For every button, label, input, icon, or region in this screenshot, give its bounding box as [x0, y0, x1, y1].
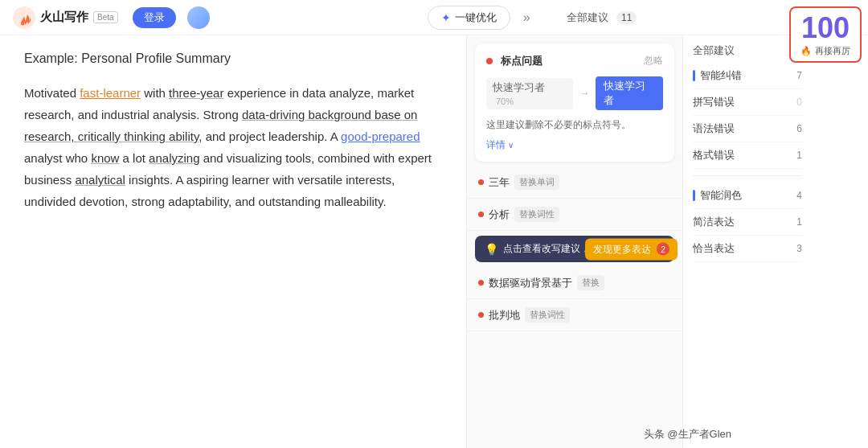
tag-suggested[interactable]: 快速学习者 — [596, 76, 663, 110]
main-area: Example: Personal Profile Summary Motiva… — [0, 35, 868, 448]
right-item-4[interactable]: 智能润色 4 — [693, 183, 802, 209]
suggestions-label: 全部建议 — [567, 10, 608, 25]
logo-text: 火山写作 — [40, 10, 88, 25]
card-ignore-button[interactable]: 忽略 — [644, 54, 663, 68]
small-item-label: 数据驱动背景基于 — [489, 276, 572, 290]
right-item-1[interactable]: 拼写错误 0 — [693, 89, 802, 116]
bar-indicator-icon — [693, 70, 695, 81]
right-divider — [693, 175, 802, 176]
logo-icon — [13, 6, 35, 29]
small-item-tag[interactable]: 替换单词 — [514, 175, 559, 190]
right-item-label-0: 智能纠错 — [693, 68, 742, 83]
small-item-label: 批判地 — [489, 308, 520, 323]
small-dot-icon — [478, 212, 484, 217]
right-item-label-3: 格式错误 — [693, 148, 735, 162]
score-tag: 70% — [496, 97, 514, 106]
avatar-button[interactable] — [187, 6, 210, 29]
highlight-fast-learner[interactable]: fast-learner — [80, 86, 141, 100]
small-item-tag[interactable]: 替换词性 — [525, 307, 570, 323]
watermark: 头条 @生产者Glen — [644, 427, 731, 442]
right-item-num-1: 0 — [796, 97, 802, 108]
logo-area: 火山写作 Beta 登录 — [13, 6, 210, 29]
score-box: 100 🔥 再接再厉 — [789, 6, 862, 63]
right-item-label-6: 恰当表达 — [693, 241, 735, 256]
right-panel: 全部建议 11 智能纠错 7 拼写错误 0 语法错误 6 格式错误 — [683, 35, 812, 448]
optimize-button[interactable]: ✦ 一键优化 — [428, 6, 510, 30]
topbar: 火山写作 Beta 登录 ✦ 一键优化 » 全部建议 11 — [0, 0, 868, 35]
tag-original: 快速学习者 70% — [486, 78, 573, 109]
card-dot-icon — [486, 58, 493, 64]
score-sub-text: 再接再厉 — [815, 46, 850, 55]
badge-count: 2 — [657, 243, 669, 256]
login-button[interactable]: 登录 — [133, 7, 176, 28]
right-item-6[interactable]: 恰当表达 3 — [693, 236, 802, 262]
editor-area: Example: Personal Profile Summary Motiva… — [0, 35, 466, 448]
tooltip-banner: 💡 点击查看改写建议，发现更多表达 发现更多表达 2 — [475, 236, 674, 262]
optimize-label: 一键优化 — [455, 10, 497, 25]
card-header: 标点问题 忽略 — [486, 53, 663, 68]
suggestion-card-punctuation: 标点问题 忽略 快速学习者 70% → 快速学习者 这里建议删除不必要的标点符号… — [475, 43, 674, 162]
right-item-2[interactable]: 语法错误 6 — [693, 116, 802, 142]
highlight-analytical[interactable]: analytical — [75, 173, 125, 187]
beta-badge: Beta — [93, 11, 118, 23]
suggestion-item-0[interactable]: 三年 替换单词 — [467, 166, 682, 199]
more-button[interactable]: » — [515, 6, 538, 29]
suggestion-item-2[interactable]: 数据驱动背景基于 替换 — [467, 267, 682, 299]
right-item-num-3: 1 — [796, 150, 802, 161]
small-item-label: 三年 — [489, 175, 510, 190]
small-item-label: 分析 — [489, 208, 510, 222]
right-item-5[interactable]: 简洁表达 1 — [693, 209, 802, 236]
arrow-icon: → — [579, 88, 589, 99]
right-item-3[interactable]: 格式错误 1 — [693, 142, 802, 169]
small-item-tag[interactable]: 替换 — [577, 275, 604, 290]
small-dot-icon — [478, 280, 484, 286]
right-item-num-4: 4 — [796, 190, 802, 201]
highlight-good-prepared[interactable]: good-prepared — [341, 129, 420, 143]
topbar-center: ✦ 一键优化 » 全部建议 11 — [210, 6, 855, 30]
small-item-tag[interactable]: 替换词性 — [514, 207, 559, 222]
score-number: 100 — [801, 12, 850, 44]
score-sub: 🔥 再接再厉 — [800, 45, 850, 57]
right-item-label-2: 语法错误 — [693, 121, 735, 136]
lightbulb-icon: 💡 — [485, 243, 498, 256]
fire-icon: 🔥 — [800, 46, 812, 55]
right-item-label-4: 智能润色 — [693, 188, 742, 203]
suggestion-tags: 快速学习者 70% → 快速学习者 — [486, 76, 663, 110]
highlight-know[interactable]: know — [91, 151, 119, 165]
small-dot-icon — [478, 312, 484, 318]
card-title: 标点问题 — [501, 55, 542, 67]
highlight-analyzing[interactable]: analyzing — [149, 151, 199, 165]
suggestion-item-3[interactable]: 批判地 替换词性 — [467, 299, 682, 331]
suggestion-note: 这里建议删除不必要的标点符号。 — [486, 118, 663, 132]
right-item-num-2: 6 — [796, 123, 802, 134]
right-all-title: 全部建议 11 — [693, 43, 802, 58]
doc-title: Example: Personal Profile Summary — [24, 51, 442, 66]
doc-content: Motivated fast-learner with three-year e… — [24, 82, 442, 212]
suggestions-count: 11 — [616, 11, 637, 24]
right-item-label-1: 拼写错误 — [693, 95, 735, 109]
right-item-num-6: 3 — [796, 243, 802, 254]
card-title-area: 标点问题 — [486, 53, 542, 68]
detail-button[interactable]: 详情 ∨ — [486, 138, 663, 152]
right-item-label-5: 简洁表达 — [693, 215, 735, 229]
bar-indicator-icon-2 — [693, 190, 695, 201]
right-item-num-0: 7 — [796, 70, 802, 81]
chevron-down-icon: ∨ — [508, 141, 514, 150]
highlight-three-year[interactable]: three-year — [169, 86, 223, 100]
right-item-0[interactable]: 智能纠错 7 — [693, 63, 802, 89]
suggestion-item-1[interactable]: 分析 替换词性 — [467, 199, 682, 231]
discover-more-button[interactable]: 发现更多表达 2 — [585, 238, 678, 260]
right-item-num-5: 1 — [796, 216, 802, 228]
star-icon: ✦ — [441, 11, 451, 24]
suggestions-panel: 标点问题 忽略 快速学习者 70% → 快速学习者 这里建议删除不必要的标点符号… — [466, 35, 683, 448]
doc-paragraph: Motivated fast-learner with three-year e… — [24, 82, 442, 212]
small-dot-icon — [478, 179, 484, 185]
